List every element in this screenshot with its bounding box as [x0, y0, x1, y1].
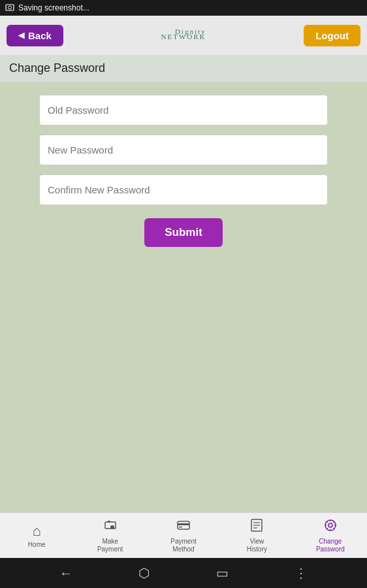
svg-point-1	[8, 6, 12, 9]
logo-sub: NETWORK	[161, 33, 206, 41]
old-password-input[interactable]	[39, 95, 328, 125]
make-payment-icon	[103, 518, 118, 536]
status-bar: Saving screenshot...	[0, 0, 367, 16]
screenshot-icon	[5, 3, 14, 12]
nav-item-change-password[interactable]: ChangePassword	[294, 514, 367, 557]
svg-line-19	[333, 528, 334, 529]
payment-method-icon	[176, 518, 191, 536]
logout-button[interactable]: Logout	[304, 25, 360, 46]
nav-label-home: Home	[28, 541, 46, 549]
svg-line-20	[333, 521, 334, 522]
svg-line-18	[327, 521, 327, 522]
svg-rect-7	[179, 527, 182, 528]
nav-item-view-history[interactable]: ViewHistory	[220, 514, 293, 557]
page-header: Change Password	[0, 55, 367, 82]
svg-rect-6	[178, 523, 189, 525]
home-icon: ⌂	[33, 523, 41, 540]
nav-label-payment-method: PaymentMethod	[170, 538, 196, 553]
android-home-button[interactable]: ⬡	[138, 565, 150, 581]
logo: Dignity NETWORK	[161, 30, 206, 41]
svg-rect-4	[108, 521, 110, 522]
nav-item-payment-method[interactable]: PaymentMethod	[147, 514, 220, 557]
android-recent-button[interactable]: ▭	[216, 565, 229, 581]
android-nav-bar: ← ⬡ ▭ ⋮	[0, 558, 367, 588]
password-form: Submit	[39, 95, 328, 247]
nav-label-change-password: ChangePassword	[316, 538, 345, 553]
svg-point-13	[328, 523, 332, 527]
nav-item-home[interactable]: ⌂ Home	[0, 519, 73, 553]
back-button[interactable]: Back	[7, 25, 63, 46]
new-password-input[interactable]	[39, 135, 328, 165]
main-content: Submit	[0, 82, 367, 512]
android-menu-button[interactable]: ⋮	[295, 565, 308, 581]
confirm-password-input[interactable]	[39, 174, 328, 205]
svg-point-3	[110, 525, 114, 529]
page-title: Change Password	[9, 61, 105, 74]
status-text: Saving screenshot...	[18, 3, 89, 12]
bottom-nav: ⌂ Home MakePayment PaymentMethod	[0, 512, 367, 558]
submit-button[interactable]: Submit	[144, 218, 223, 247]
svg-line-21	[327, 528, 327, 529]
nav-label-view-history: ViewHistory	[247, 538, 267, 553]
top-nav: Back Dignity NETWORK Logout	[0, 16, 367, 55]
nav-item-make-payment[interactable]: MakePayment	[73, 514, 146, 557]
svg-point-12	[325, 520, 336, 531]
nav-label-make-payment: MakePayment	[97, 538, 123, 553]
android-back-button[interactable]: ←	[59, 566, 72, 581]
svg-rect-0	[6, 5, 14, 10]
change-password-icon	[323, 518, 338, 536]
view-history-icon	[249, 518, 264, 536]
